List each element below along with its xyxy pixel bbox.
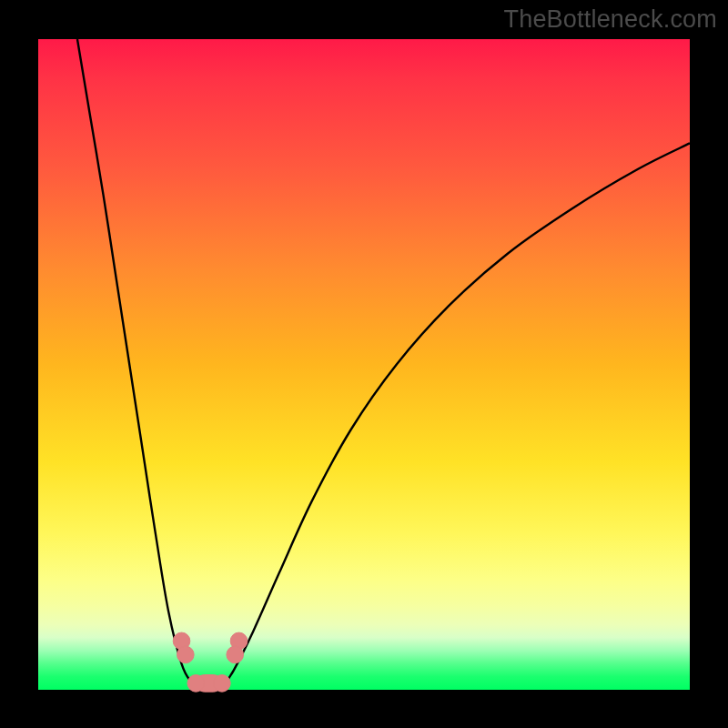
left-marker-lower (177, 646, 195, 663)
curves-svg (38, 39, 690, 690)
bottom-bar-right (214, 675, 231, 693)
left-curve (77, 39, 201, 690)
marker-group (173, 632, 248, 692)
right-marker-lower (227, 646, 244, 663)
bottom-bar-left (187, 675, 205, 693)
watermark-text: TheBottleneck.com (503, 5, 717, 34)
plot-area (38, 39, 690, 690)
right-curve (220, 143, 690, 690)
chart-frame: TheBottleneck.com (0, 0, 728, 728)
